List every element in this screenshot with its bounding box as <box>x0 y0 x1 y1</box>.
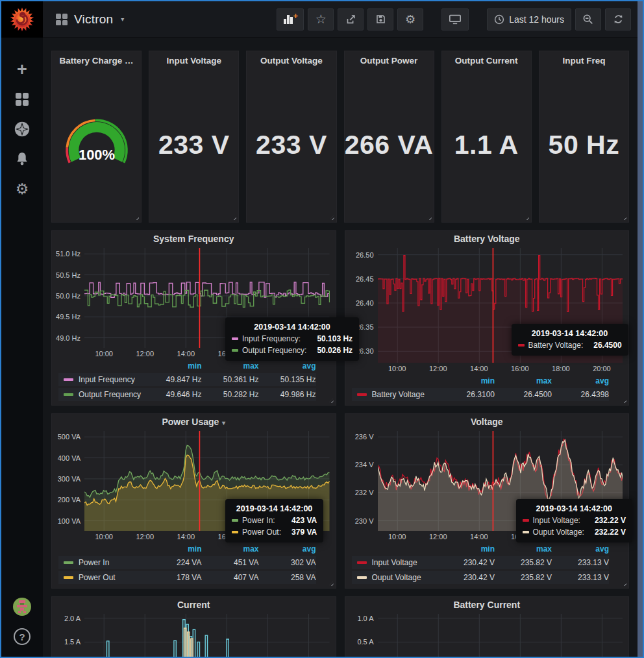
dashboard-settings-button[interactable]: ⚙ <box>397 8 423 30</box>
user-avatar[interactable] <box>12 597 32 619</box>
series-color-swatch[interactable] <box>357 576 367 579</box>
panel-resize-handle[interactable] <box>329 581 334 586</box>
x-axis-tick: 20:00 <box>593 365 611 372</box>
legend-header-max[interactable]: max <box>202 544 259 554</box>
tooltip-series-label: Input Voltage: <box>533 516 580 525</box>
series-name[interactable]: Power Out <box>79 573 145 582</box>
sidebar-item-dashboards[interactable] <box>9 90 35 109</box>
y-axis-tick: 2.0 A <box>64 615 80 622</box>
legend-value: 26.4398 <box>552 390 609 399</box>
series-name[interactable]: Output Frequency <box>79 390 145 399</box>
series-name[interactable]: Power In <box>79 558 145 567</box>
legend-header-min[interactable]: min <box>438 544 495 554</box>
panel-title-text: Voltage <box>471 417 503 427</box>
navbar: Victron ▾ + ☆ ⚙ <box>43 1 638 38</box>
x-axis-tick: 12:00 <box>136 533 154 541</box>
legend-table: minmaxavgPower In224 VA451 VA302 VAPower… <box>58 544 316 584</box>
panel-title[interactable]: Battery Charge … <box>52 51 141 68</box>
chart-area[interactable]: 1.0 A0.5 A <box>345 614 629 657</box>
y-axis-tick: 1.5 A <box>64 638 80 646</box>
help-button[interactable]: ? <box>14 628 31 645</box>
share-icon <box>345 14 356 25</box>
share-button[interactable] <box>338 8 364 30</box>
zoom-out-button[interactable] <box>575 8 601 30</box>
save-icon <box>375 14 386 25</box>
plot[interactable] <box>378 614 623 657</box>
grafana-logo[interactable] <box>1 1 43 38</box>
add-panel-button[interactable]: + <box>277 8 304 30</box>
dashboard-title[interactable]: Victron <box>74 12 113 27</box>
panel-title[interactable]: Current <box>52 600 336 614</box>
graph-tooltip: 2019-03-14 14:42:00Input Frequency:50.10… <box>225 317 359 361</box>
cycle-view-button[interactable] <box>441 8 469 30</box>
panel-title[interactable]: Output Power <box>345 51 434 68</box>
star-button[interactable]: ☆ <box>308 8 334 30</box>
legend-header: minmaxavg <box>58 361 316 371</box>
sidebar-item-configuration[interactable]: ⚙ <box>9 179 35 199</box>
y-axis-tick: 49.5 Hz <box>56 313 80 321</box>
panel-resize-handle[interactable] <box>622 398 626 403</box>
legend-header-min[interactable]: min <box>145 544 202 554</box>
legend-header-avg[interactable]: avg <box>552 544 609 554</box>
y-axis-tick: 50.5 Hz <box>56 271 80 279</box>
series-color-swatch[interactable] <box>64 378 73 381</box>
series-color-swatch <box>518 344 525 347</box>
legend-header-avg[interactable]: avg <box>259 361 316 371</box>
panel-title[interactable]: Output Current <box>442 51 531 68</box>
refresh-button[interactable] <box>605 8 631 30</box>
legend-header-max[interactable]: max <box>495 376 552 385</box>
tooltip-row: Battery Voltage:26.4500 <box>518 341 622 350</box>
y-axis: 51.0 Hz50.5 Hz50.0 Hz49.5 Hz49.0 Hz <box>52 248 84 348</box>
legend-header-min[interactable]: min <box>145 361 202 371</box>
panel-title[interactable]: Output Voltage <box>247 51 336 68</box>
series-color-swatch[interactable] <box>357 561 367 564</box>
series-name[interactable]: Battery Voltage <box>372 390 438 399</box>
x-axis-tick: 12:00 <box>429 365 447 372</box>
series-name[interactable]: Input Frequency <box>79 375 145 384</box>
panel-title[interactable]: Battery Voltage <box>345 234 629 248</box>
dashboard-picker[interactable]: Victron ▾ <box>56 12 124 27</box>
legend-header-max[interactable]: max <box>495 544 552 554</box>
y-axis-tick: 236 V <box>355 433 374 441</box>
x-axis-tick: 10:00 <box>388 533 406 541</box>
legend-value: 235.82 V <box>495 573 552 582</box>
panel-resize-handle[interactable] <box>622 581 626 586</box>
panel-title-text: System Frequency <box>153 234 234 244</box>
panel-title[interactable]: System Frequency <box>52 234 336 248</box>
legend-row: Ouput Voltage230.42 V235.82 V233.13 V <box>352 571 610 584</box>
series-color-swatch[interactable] <box>64 561 73 564</box>
plot[interactable] <box>84 614 330 657</box>
legend-table: minmaxavgInput Voltage230.42 V235.82 V23… <box>352 544 610 584</box>
panel-title[interactable]: Power Usage ▾ <box>52 417 336 431</box>
legend-header-max[interactable]: max <box>202 361 259 371</box>
sidebar-item-create[interactable]: + <box>9 60 35 79</box>
series-name[interactable]: Input Voltage <box>372 558 438 567</box>
series-color-swatch[interactable] <box>64 576 73 579</box>
panel-title[interactable]: Input Voltage <box>149 51 238 68</box>
series-name[interactable]: Ouput Voltage <box>372 573 438 582</box>
legend-header-avg[interactable]: avg <box>552 376 609 385</box>
x-axis-tick: 14:00 <box>177 533 195 541</box>
save-button[interactable] <box>367 8 393 30</box>
series-color-swatch[interactable] <box>357 393 367 396</box>
graph-tooltip: 2019-03-14 14:42:00Input Voltage:232.22 … <box>516 499 632 542</box>
tooltip-row: Ouput Voltage:232.22 V <box>523 528 626 537</box>
scrollbar[interactable] <box>638 1 643 657</box>
series-color-swatch[interactable] <box>64 393 73 396</box>
panel-title[interactable]: Input Freq <box>539 51 628 68</box>
y-axis-tick: 26.40 <box>356 299 374 307</box>
tooltip-series-value: 26.4500 <box>583 341 621 350</box>
legend-header-avg[interactable]: avg <box>259 544 316 554</box>
time-range-button[interactable]: Last 12 hours <box>487 8 571 30</box>
x-axis-tick: 14:00 <box>177 350 195 358</box>
sidebar-item-explore[interactable] <box>9 119 35 139</box>
legend-row: Output Frequency49.646 Hz50.282 Hz49.986… <box>58 388 316 401</box>
dashboards-grid-icon <box>16 93 29 106</box>
panel-resize-handle[interactable] <box>329 398 334 403</box>
legend-header-min[interactable]: min <box>438 376 495 385</box>
panel-title[interactable]: Battery Current <box>345 600 629 614</box>
sidebar-item-alerting[interactable] <box>9 149 35 169</box>
chart-area[interactable]: 2.0 A1.5 A <box>52 614 336 657</box>
x-axis-tick: 12:00 <box>429 533 447 541</box>
panel-title[interactable]: Voltage <box>345 417 629 431</box>
